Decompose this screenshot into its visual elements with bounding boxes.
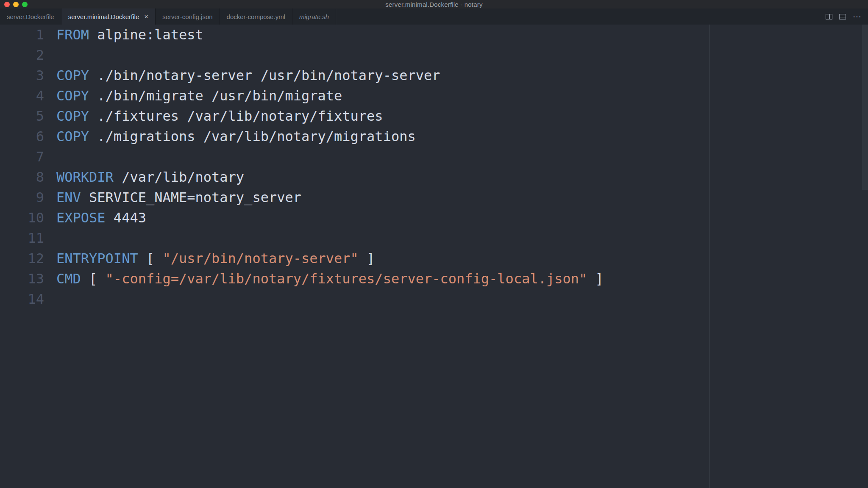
tab-server-minimal-dockerfile[interactable]: server.minimal.Dockerfile× (61, 8, 156, 25)
tab-server-dockerfile[interactable]: server.Dockerfile (0, 8, 61, 25)
code-text: COPY ./bin/notary-server /usr/bin/notary… (44, 65, 440, 86)
grid-layout-icon[interactable] (839, 14, 846, 19)
line-number: 1 (0, 25, 44, 45)
window-title: server.minimal.Dockerfile - notary (385, 1, 482, 8)
zoom-window-button[interactable] (22, 2, 28, 7)
code-area: 1FROM alpine:latest23COPY ./bin/notary-s… (0, 25, 868, 309)
line-number: 12 (0, 248, 44, 269)
code-line[interactable]: 11 (0, 228, 868, 248)
code-text: COPY ./fixtures /var/lib/notary/fixtures (44, 106, 383, 126)
tab-label: docker-compose.yml (227, 13, 285, 20)
code-text: WORKDIR /var/lib/notary (44, 167, 244, 187)
tab-bar: server.Dockerfileserver.minimal.Dockerfi… (0, 8, 868, 25)
tab-label: migrate.sh (299, 13, 329, 20)
line-number: 2 (0, 45, 44, 65)
code-line[interactable]: 7 (0, 147, 868, 167)
code-line[interactable]: 14 (0, 289, 868, 309)
close-window-button[interactable] (4, 2, 10, 7)
code-text: COPY ./migrations /var/lib/notary/migrat… (44, 126, 416, 147)
code-line[interactable]: 8WORKDIR /var/lib/notary (0, 167, 868, 187)
code-line[interactable]: 2 (0, 45, 868, 65)
code-line[interactable]: 12ENTRYPOINT [ "/usr/bin/notary-server" … (0, 248, 868, 269)
code-text (44, 147, 56, 167)
code-line[interactable]: 6COPY ./migrations /var/lib/notary/migra… (0, 126, 868, 147)
code-line[interactable]: 10EXPOSE 4443 (0, 208, 868, 228)
line-number: 14 (0, 289, 44, 309)
minimize-window-button[interactable] (13, 2, 19, 7)
tab-label: server.minimal.Dockerfile (68, 13, 139, 20)
code-text: FROM alpine:latest (44, 25, 203, 45)
scrollbar[interactable] (862, 25, 868, 190)
line-number: 4 (0, 86, 44, 106)
code-text (44, 45, 56, 65)
code-text: ENTRYPOINT [ "/usr/bin/notary-server" ] (44, 248, 375, 269)
code-text: CMD [ "-config=/var/lib/notary/fixtures/… (44, 269, 604, 289)
code-text (44, 289, 56, 309)
line-number: 6 (0, 126, 44, 147)
line-number: 11 (0, 228, 44, 248)
split-editor-icon[interactable] (826, 14, 832, 19)
line-number: 13 (0, 269, 44, 289)
line-number: 8 (0, 167, 44, 187)
line-number: 7 (0, 147, 44, 167)
code-line[interactable]: 1FROM alpine:latest (0, 25, 868, 45)
tab-label: server-config.json (162, 13, 212, 20)
close-icon[interactable]: × (144, 13, 148, 20)
code-text: EXPOSE 4443 (44, 208, 146, 228)
code-text (44, 228, 56, 248)
line-number: 9 (0, 187, 44, 208)
code-line[interactable]: 3COPY ./bin/notary-server /usr/bin/notar… (0, 65, 868, 86)
tab-server-config-json[interactable]: server-config.json (156, 8, 220, 25)
line-number: 5 (0, 106, 44, 126)
vscode-window: server.minimal.Dockerfile - notary serve… (0, 0, 868, 488)
tab-strip: server.Dockerfileserver.minimal.Dockerfi… (0, 8, 819, 25)
titlebar[interactable]: server.minimal.Dockerfile - notary (0, 0, 868, 8)
code-text: ENV SERVICE_NAME=notary_server (44, 187, 301, 208)
line-number: 10 (0, 208, 44, 228)
more-actions-icon[interactable]: ⋯ (853, 14, 861, 19)
code-line[interactable]: 4COPY ./bin/migrate /usr/bin/migrate (0, 86, 868, 106)
tab-migrate-sh[interactable]: migrate.sh (292, 8, 336, 25)
editor[interactable]: 1FROM alpine:latest23COPY ./bin/notary-s… (0, 25, 868, 488)
editor-actions: ⋯ (819, 8, 868, 25)
code-line[interactable]: 9ENV SERVICE_NAME=notary_server (0, 187, 868, 208)
tab-docker-compose-yml[interactable]: docker-compose.yml (220, 8, 292, 25)
traffic-lights (4, 0, 28, 8)
line-number: 3 (0, 65, 44, 86)
code-text: COPY ./bin/migrate /usr/bin/migrate (44, 86, 342, 106)
code-line[interactable]: 13CMD [ "-config=/var/lib/notary/fixture… (0, 269, 868, 289)
code-line[interactable]: 5COPY ./fixtures /var/lib/notary/fixture… (0, 106, 868, 126)
tab-label: server.Dockerfile (7, 13, 54, 20)
